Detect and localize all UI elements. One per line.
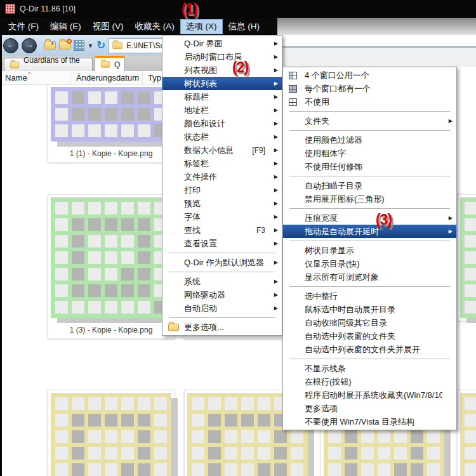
right-pane-toolbar-strip [282,46,476,67]
menu-item-13[interactable]: 字体▶ [162,210,282,223]
file-thumbnail-9[interactable] [457,390,476,476]
menu-item-2[interactable]: 不使用 [283,95,456,109]
submenu-arrow-icon: ▶ [274,305,278,311]
menu-edit[interactable]: 编辑 (E) [44,19,87,34]
menu-item-label: 地址栏 [184,105,268,116]
menu-info[interactable]: 信息 (H) [223,19,266,34]
menu-item-22[interactable]: 自动收缩同级其它目录 [283,316,456,329]
menu-item-20[interactable]: 网络驱动器▶ [162,288,282,301]
file-thumbnail-6[interactable] [48,390,175,476]
file-thumbnail-5[interactable] [457,194,476,321]
menu-item-11[interactable]: 打印▶ [162,183,282,197]
window-left-edge [0,35,2,476]
submenu-arrow-icon: ▶ [274,214,278,220]
menu-item-label: Q-Dir 作为默认浏览器 [184,257,268,268]
thumbnail-image [51,87,171,142]
menu-view[interactable]: 视图 (V) [87,19,129,34]
menu-item-16[interactable]: 树状目录显示 [283,244,456,257]
menu-shortcut: [F9] [252,146,265,155]
menu-item-27[interactable]: 在根行(按钮) [283,375,456,388]
menu-item-9[interactable]: 标签栏▶ [162,157,282,170]
address-path: E:\INET\So [126,41,163,50]
menu-item-label: 使用粗体字 [305,148,442,159]
submenu-arrow-icon: ▶ [274,292,278,298]
menu-item-0[interactable]: 4 个窗口公用一个 [283,69,456,82]
menu-item-19[interactable]: 系统▶ [162,275,282,288]
menu-options[interactable]: 选项 (X) [180,19,223,34]
menu-item-24[interactable]: 自动选中列表窗的文件夹并展开 [283,343,456,356]
menu-item-6[interactable]: 使用颜色过滤器 [283,133,456,147]
menu-item-30[interactable]: 不要使用 Win7/Vista 目录结构 [283,415,456,428]
right-pane-address-strip [282,35,476,46]
menu-favorites[interactable]: 收藏夹 (A) [129,19,180,34]
submenu-arrow-icon: ▶ [274,174,278,180]
menu-file[interactable]: 文件 (F) [3,19,44,34]
menu-item-10[interactable]: 文件操作▶ [162,170,282,183]
menu-item-label: 自动选中列表窗的文件夹 [305,331,442,342]
open-folder-button[interactable] [59,41,70,50]
menu-item-21[interactable]: 自动启动▶ [162,301,282,315]
menu-item-1[interactable]: 每个窗口都有一个 [283,82,456,95]
view-dropdown-arrow-icon[interactable]: ▼ [88,43,93,49]
menu-item-label: 状态栏 [184,131,268,143]
menu-item-label: 打印 [184,185,268,196]
menu-item-17[interactable]: 仅显示目录(快) [283,257,456,270]
address-bar[interactable]: E:\INET\So [109,38,163,53]
file-thumbnail-2[interactable]: 1 (3) - Kopie - Kopie.png [48,194,175,339]
file-thumbnail-0[interactable]: 1 (1) - Kopie - Kopie.png [48,84,175,162]
forward-button[interactable]: → [22,38,37,53]
menu-item-21[interactable]: 鼠标选中时自动展开目录 [283,303,456,316]
menu-bar-right-gradient [277,18,476,35]
menu-item-28[interactable]: 程序启动时展开系统收藏夹(Win7/8/10) [283,388,456,402]
menu-item-label: 更多选项... [184,322,268,333]
menu-item-2[interactable]: 列表视图▶ [162,63,282,77]
thumbnail-image [460,197,476,318]
menu-item-7[interactable]: 状态栏▶ [162,130,282,143]
menu-item-29[interactable]: 更多选项 [283,402,456,415]
menu-item-4[interactable]: 文件夹▶ [283,114,456,128]
menu-item-12[interactable]: 预览▶ [162,197,282,210]
menu-item-20[interactable]: 选中整行 [283,289,456,303]
folder-up-button[interactable] [44,41,56,50]
view-mode-button[interactable] [74,40,84,51]
column-date-modified[interactable]: Änderungsdatum [71,71,143,84]
menu-item-26[interactable]: 不显示线条 [283,362,456,375]
menu-item-17[interactable]: Q-Dir 作为默认浏览器▶ [162,256,282,269]
step-annotation-2: (2) [232,59,248,76]
menu-item-4[interactable]: 标题栏▶ [162,90,282,103]
menu-item-label: 树状列表 [184,78,268,89]
menu-item-18[interactable]: 显示所有可浏览对象 [283,270,456,284]
refresh-button[interactable]: ↻ [96,40,105,51]
menu-item-13[interactable]: 压痕宽度▶ [283,211,456,225]
menu-item-14[interactable]: 拖动是自动展开延时▶ [283,225,456,238]
menu-item-3[interactable]: 树状列表▶ [162,77,282,90]
menu-item-10[interactable]: 自动扫瞄子目录 [283,179,456,192]
menu-item-11[interactable]: 禁用展开图标(三角形) [283,192,456,206]
menu-item-1[interactable]: 启动时窗口布局▶ [162,50,282,63]
menu-item-14[interactable]: 查找F3▶ [162,223,282,237]
column-type[interactable]: Typ [143,71,164,84]
menu-item-7[interactable]: 使用粗体字 [283,147,456,160]
menu-separator [289,359,450,359]
column-name[interactable]: Name [0,71,71,84]
back-button[interactable]: ← [3,38,18,53]
submenu-arrow-icon: ▶ [449,228,453,234]
menu-item-23[interactable]: 自动选中列表窗的文件夹 [283,329,456,343]
menu-item-23[interactable]: 更多选项... [162,321,282,334]
tab-q-active[interactable]: Q [95,56,125,71]
submenu-arrow-icon: ▶ [274,81,278,86]
menu-item-15[interactable]: 查看设置▶ [162,237,282,250]
menu-item-5[interactable]: 地址栏▶ [162,103,282,117]
tab-guardians[interactable]: Guardians of the ... [4,58,93,71]
menu-item-label: 标签栏 [184,158,268,169]
menu-item-8[interactable]: 数据大小信息[F9]▶ [162,143,282,157]
menu-item-0[interactable]: Q-Dir 界面▶ [162,37,282,50]
thumbnail-image [51,393,171,476]
menu-item-label: 系统 [184,276,268,288]
menu-item-8[interactable]: 不使用任何修饰 [283,160,456,173]
menu-item-6[interactable]: 颜色和设计▶ [162,117,282,130]
menu-item-label: 自动启动 [184,303,268,314]
tab-bar: Guardians of the ... Q [0,56,164,71]
tab-label: Q [114,60,120,69]
menu-item-label: 预览 [184,198,268,209]
